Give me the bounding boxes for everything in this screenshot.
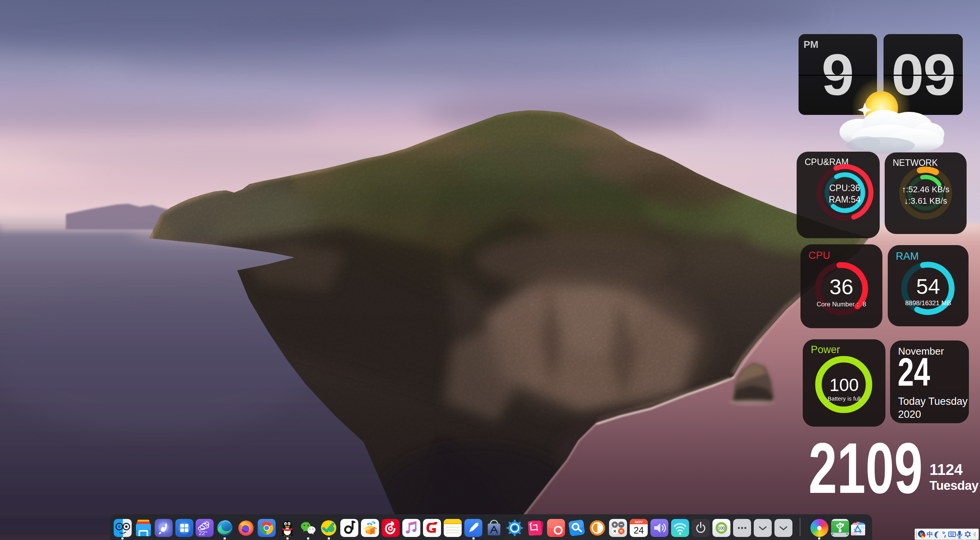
svg-text:中: 中 — [927, 531, 933, 538]
svg-text:K: K — [371, 529, 375, 535]
svg-text:24: 24 — [634, 525, 644, 535]
svg-text:NOV: NOV — [635, 520, 643, 524]
svg-text:100: 100 — [718, 526, 725, 530]
svg-text:22°: 22° — [199, 530, 207, 536]
